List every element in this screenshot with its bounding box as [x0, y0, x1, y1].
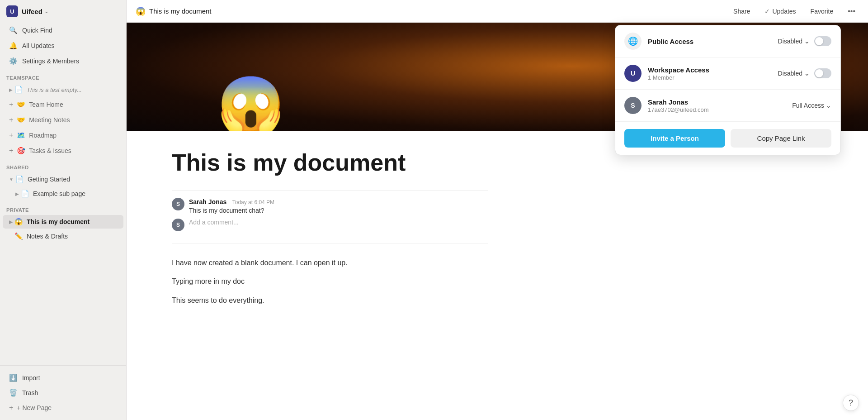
workspace-disabled-label: Disabled	[778, 70, 802, 77]
copy-page-link-button[interactable]: Copy Page Link	[731, 129, 831, 148]
chevron-workspace: ⌄	[804, 70, 810, 77]
paragraph-1: I have now created a blank document. I c…	[172, 257, 488, 269]
chevron-public: ⌄	[804, 38, 810, 45]
paragraph-3: This seems to do everything.	[172, 295, 488, 306]
person-email: 17ae3702@uifeed.com	[648, 106, 786, 113]
public-access-toggle[interactable]	[814, 36, 831, 46]
person-access-control: Full Access ⌄	[792, 102, 831, 109]
nav-quick-find-label: Quick Find	[22, 27, 52, 34]
invite-person-button[interactable]: Invite a Person	[624, 129, 725, 148]
page-icon: 📄	[14, 86, 23, 94]
plus-icon-3: +	[9, 131, 13, 139]
comment-section: S Sarah Jonas Today at 6:04 PM This is m…	[172, 190, 488, 243]
public-access-control: Disabled ⌄	[778, 36, 831, 46]
nav-all-updates-label: All Updates	[22, 42, 55, 49]
notes-drafts-label: Notes & Drafts	[27, 233, 68, 240]
sidebar-item-my-document[interactable]: ▶ 😱 This is my document	[3, 215, 123, 229]
comment-body: Sarah Jonas Today at 6:04 PM This is my …	[189, 198, 488, 214]
sidebar-item-all-updates[interactable]: 🔔 All Updates	[3, 38, 123, 53]
nav-settings-label: Settings & Members	[22, 57, 79, 65]
more-button[interactable]: •••	[844, 5, 859, 17]
import-icon: ⬇️	[9, 374, 18, 382]
roadmap-icon: 🗺️	[17, 131, 25, 139]
share-button[interactable]: Share	[730, 6, 754, 17]
page-label: This is a test empty...	[27, 86, 82, 93]
person-access-label: Full Access	[792, 102, 824, 109]
my-document-label: This is my document	[27, 218, 90, 225]
sidebar-item-trash[interactable]: 🗑️ Trash	[3, 386, 123, 400]
workspace-header[interactable]: U Uifeed ⌄	[0, 0, 126, 23]
sidebar-item-example-sub[interactable]: ▶ 📄 Example sub page	[3, 187, 123, 200]
expand-arrow-icon: ▶	[9, 87, 13, 92]
new-page-button[interactable]: + + New Page	[3, 401, 123, 415]
workspace-access-icon: U	[624, 65, 642, 82]
comment-row: S Sarah Jonas Today at 6:04 PM This is m…	[172, 198, 488, 214]
paragraph-2: Typing more in my doc	[172, 276, 488, 287]
share-buttons-row: Invite a Person Copy Page Link	[615, 122, 840, 155]
sidebar-item-this-is-test[interactable]: ▶ 📄 This is a test empty...	[3, 83, 123, 96]
comment-author: Sarah Jonas	[189, 198, 226, 205]
topbar-doc-title: This is my document	[149, 7, 212, 15]
page-banner-emoji: 😱	[217, 77, 285, 131]
public-disabled-label: Disabled	[778, 38, 802, 45]
workspace-member-count: 1 Member	[648, 74, 772, 81]
sidebar-item-getting-started[interactable]: ▼ 📄 Getting Started	[3, 172, 123, 186]
workspace-access-toggle[interactable]	[814, 68, 831, 78]
public-access-row: 🌐 Public Access Disabled ⌄	[615, 25, 840, 57]
page-body: This is my document S Sarah Jonas Today …	[127, 131, 533, 332]
person-access-row: S Sarah Jonas 17ae3702@uifeed.com Full A…	[615, 90, 840, 122]
question-mark-icon: ?	[849, 398, 853, 408]
person-access-dropdown[interactable]: Full Access ⌄	[792, 102, 831, 109]
sidebar-item-notes-drafts[interactable]: ▶ ✏️ Notes & Drafts	[3, 229, 123, 243]
private-section-label: PRIVATE	[0, 201, 126, 215]
sidebar-item-settings[interactable]: ⚙️ Settings & Members	[3, 54, 123, 68]
workspace-access-label: Workspace Access	[648, 66, 772, 74]
shared-section-label: SHARED	[0, 158, 126, 172]
workspace-disabled-dropdown[interactable]: Disabled ⌄	[778, 70, 810, 77]
plus-icon: +	[9, 100, 13, 109]
topbar-title: 😱 This is my document	[136, 6, 730, 16]
trash-label: Trash	[22, 389, 38, 396]
sidebar-item-roadmap[interactable]: + 🗺️ Roadmap	[3, 128, 123, 143]
workspace-access-info: Workspace Access 1 Member	[648, 66, 772, 81]
updates-button[interactable]: ✓ Updates	[761, 6, 799, 17]
sidebar-item-import[interactable]: ⬇️ Import	[3, 371, 123, 385]
sidebar-item-tasks-issues[interactable]: + 🎯 Tasks & Issues	[3, 143, 123, 158]
teamspace-section-label: TEAMSPACE	[0, 69, 126, 82]
team-home-label: Team Home	[29, 101, 63, 108]
meeting-notes-label: Meeting Notes	[29, 116, 70, 124]
comment-avatar: S	[172, 219, 184, 231]
expand-arrow-ex: ▶	[15, 191, 19, 196]
public-disabled-dropdown[interactable]: Disabled ⌄	[778, 38, 810, 45]
favorite-button[interactable]: Favorite	[807, 6, 837, 17]
comment-text: This is my document chat?	[189, 207, 488, 214]
sidebar-item-team-home[interactable]: + 🤝 Team Home	[3, 97, 123, 112]
workspace-access-row: U Workspace Access 1 Member Disabled ⌄	[615, 57, 840, 90]
team-home-icon: 🤝	[17, 100, 25, 109]
roadmap-label: Roadmap	[29, 132, 57, 139]
meeting-notes-icon: 🤝	[17, 116, 25, 124]
sidebar-bottom: ⬇️ Import 🗑️ Trash + + New Page	[0, 365, 126, 415]
workspace-icon: U	[6, 5, 18, 17]
plus-icon-4: +	[9, 147, 13, 155]
example-sub-icon: 📄	[21, 190, 29, 198]
expand-arrow-gs: ▼	[9, 177, 14, 182]
person-access-info: Sarah Jonas 17ae3702@uifeed.com	[648, 98, 786, 113]
help-button[interactable]: ?	[843, 395, 859, 411]
getting-started-label: Getting Started	[28, 176, 70, 183]
gear-icon: ⚙️	[9, 57, 18, 65]
sidebar-item-quick-find[interactable]: 🔍 Quick Find	[3, 23, 123, 38]
bell-icon: 🔔	[9, 42, 18, 50]
search-icon: 🔍	[9, 26, 18, 34]
public-access-icon: 🌐	[624, 33, 642, 50]
add-comment-input[interactable]: Add a comment...	[189, 219, 239, 226]
share-dropdown: 🌐 Public Access Disabled ⌄ U Workspace A…	[615, 25, 841, 155]
my-doc-icon: 😱	[14, 218, 23, 226]
topbar-actions: Share ✓ Updates Favorite •••	[730, 5, 859, 17]
comment-input-row[interactable]: S Add a comment...	[172, 219, 488, 231]
getting-started-icon: 📄	[15, 175, 24, 183]
updates-label: Updates	[772, 8, 796, 15]
tasks-icon: 🎯	[17, 147, 25, 155]
comment-time: Today at 6:04 PM	[232, 199, 274, 205]
sidebar-item-meeting-notes[interactable]: + 🤝 Meeting Notes	[3, 113, 123, 127]
